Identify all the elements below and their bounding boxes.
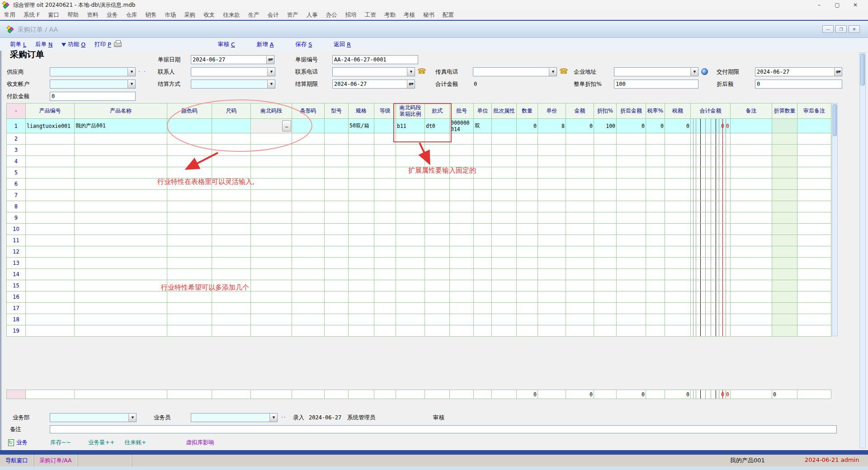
grid-cell-color_code[interactable] — [167, 246, 212, 258]
grid-cell-amount[interactable] — [566, 133, 594, 145]
grid-cell-ns_box_ratio[interactable] — [396, 190, 425, 201]
grid-cell-ns_segment[interactable] — [251, 224, 292, 235]
grid-cell-price[interactable] — [538, 269, 566, 280]
grid-cell-discounted[interactable] — [617, 212, 646, 224]
grid-cell-tax[interactable] — [665, 303, 691, 314]
grid-cell-size_code[interactable] — [212, 224, 251, 235]
grid-cell-amount[interactable] — [566, 212, 594, 224]
grid-cell-model[interactable] — [325, 190, 349, 201]
table-row[interactable]: 15 — [7, 280, 831, 291]
grid-cell-total[interactable] — [691, 212, 731, 224]
grid-cell-unit[interactable] — [474, 235, 492, 246]
grid-cell-color_code[interactable] — [167, 258, 212, 269]
grid-cell-style[interactable] — [425, 235, 450, 246]
grid-cell-tax[interactable] — [665, 246, 691, 258]
grid-cell-ns_segment[interactable] — [251, 280, 292, 291]
grid-cell-product_name[interactable] — [75, 179, 167, 190]
grid-cell-discount[interactable] — [594, 246, 617, 258]
grid-cell-size_code[interactable] — [212, 325, 251, 337]
grid-header-barcode[interactable]: 条形码 — [292, 103, 325, 119]
grid-cell-product_no[interactable] — [26, 145, 75, 156]
grid-cell-product_name[interactable] — [75, 145, 167, 156]
grid-cell-product_name[interactable] — [75, 246, 167, 258]
grid-cell-ns_box_ratio[interactable] — [396, 212, 425, 224]
grid-cell-amount[interactable] — [566, 156, 594, 167]
grid-cell-barcode[interactable] — [292, 291, 325, 303]
grid-cell-ns_box_ratio[interactable] — [396, 314, 425, 325]
grid-cell-color_code[interactable] — [167, 145, 212, 156]
grid-cell-ns_segment[interactable] — [251, 235, 292, 246]
grid-cell-grade[interactable] — [374, 156, 396, 167]
grid-cell-unit[interactable] — [474, 145, 492, 156]
grid-cell-conv_qty[interactable] — [772, 246, 797, 258]
grid-cell-model[interactable] — [325, 303, 349, 314]
grid-cell-remark[interactable] — [731, 314, 772, 325]
grid-cell-product_name[interactable] — [75, 280, 167, 291]
grid-cell-remark[interactable] — [731, 190, 772, 201]
grid-cell-tax[interactable] — [665, 156, 691, 167]
grid-cell-audit_remark[interactable] — [797, 133, 831, 145]
grid-cell-batch_no[interactable] — [450, 145, 474, 156]
grid-cell-amount[interactable] — [566, 246, 594, 258]
grid-cell-price[interactable] — [538, 258, 566, 269]
grid-cell-product_name[interactable]: 我的产品001 — [75, 119, 167, 133]
grid-vertical-scrollbar[interactable] — [832, 103, 838, 336]
grid-cell-spec[interactable] — [349, 269, 374, 280]
grid-header-color_code[interactable]: 颜色码 — [167, 103, 212, 119]
grid-cell-ns_box_ratio[interactable] — [396, 235, 425, 246]
grid-header-style[interactable]: 款式 — [425, 103, 450, 119]
grid-cell-price[interactable]: 8 — [538, 119, 566, 133]
supplier-combo[interactable]: ▼ — [50, 67, 136, 76]
grid-cell-audit_remark[interactable] — [797, 145, 831, 156]
grid-cell-grade[interactable] — [374, 179, 396, 190]
grid-cell-tax[interactable] — [665, 235, 691, 246]
grid-cell-model[interactable] — [325, 167, 349, 179]
grid-cell-size_code[interactable] — [212, 246, 251, 258]
grid-cell-conv_qty[interactable] — [772, 325, 797, 337]
grid-cell-ns_box_ratio[interactable] — [396, 291, 425, 303]
grid-cell-rownum[interactable]: 3 — [7, 145, 26, 156]
payment-input[interactable]: 0 — [50, 92, 136, 101]
grid-cell-amount[interactable] — [566, 258, 594, 269]
grid-cell-style[interactable] — [425, 258, 450, 269]
grid-cell-qty[interactable]: 0 — [517, 119, 538, 133]
footer-link[interactable]: 往来账+ — [124, 439, 146, 446]
grid-cell-color_code[interactable] — [167, 224, 212, 235]
grid-cell-conv_qty[interactable] — [772, 201, 797, 212]
grid-cell-tax_rate[interactable] — [646, 145, 665, 156]
grid-cell-color_code[interactable] — [167, 314, 212, 325]
grid-cell-price[interactable] — [538, 156, 566, 167]
menu-item[interactable]: 招培 — [341, 11, 361, 19]
grid-cell-batch_attr[interactable] — [492, 119, 517, 133]
grid-cell-style[interactable] — [425, 303, 450, 314]
grid-cell-batch_attr[interactable] — [492, 156, 517, 167]
grid-cell-tax[interactable] — [665, 167, 691, 179]
grid-cell-unit[interactable] — [474, 258, 492, 269]
grid-cell-style[interactable] — [425, 201, 450, 212]
grid-cell-barcode[interactable] — [292, 246, 325, 258]
menu-item[interactable]: 市场 — [160, 11, 180, 19]
grid-cell-tax_rate[interactable] — [646, 269, 665, 280]
grid-cell-qty[interactable] — [517, 303, 538, 314]
grid-cell-model[interactable] — [325, 325, 349, 337]
grid-cell-spec[interactable] — [349, 133, 374, 145]
chevron-down-icon[interactable]: ▼ — [407, 68, 415, 76]
chevron-down-icon[interactable]: ▼ — [549, 68, 557, 76]
grid-cell-spec[interactable] — [349, 280, 374, 291]
grid-header-model[interactable]: 型号 — [325, 103, 349, 119]
grid-cell-amount[interactable] — [566, 303, 594, 314]
grid-cell-product_no[interactable] — [26, 325, 75, 337]
grid-cell-size_code[interactable] — [212, 145, 251, 156]
grid-cell-product_no[interactable] — [26, 224, 75, 235]
grid-cell-product_no[interactable] — [26, 269, 75, 280]
grid-cell-tax_rate[interactable] — [646, 201, 665, 212]
grid-cell-color_code[interactable] — [167, 190, 212, 201]
salesman-combo[interactable]: ▼ — [191, 413, 278, 422]
grid-cell-amount[interactable] — [566, 314, 594, 325]
grid-cell-rownum[interactable]: 17 — [7, 303, 26, 314]
grid-cell-product_no[interactable] — [26, 212, 75, 224]
grid-cell-size_code[interactable] — [212, 167, 251, 179]
grid-cell-discounted[interactable] — [617, 224, 646, 235]
grid-cell-size_code[interactable] — [212, 156, 251, 167]
grid-cell-total[interactable] — [691, 314, 731, 325]
